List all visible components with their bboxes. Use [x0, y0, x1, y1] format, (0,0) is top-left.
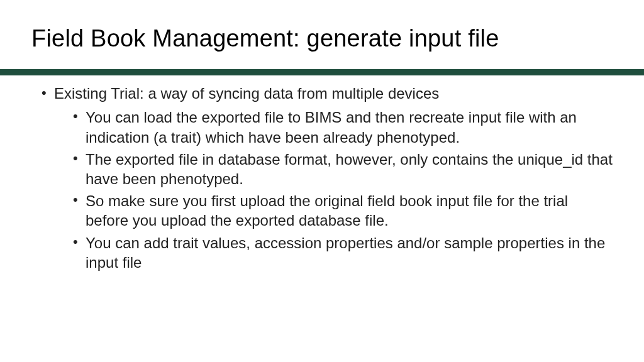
sub-bullet: The exported file in database format, ho…	[70, 150, 613, 189]
slide-title: Field Book Management: generate input fi…	[31, 25, 613, 52]
sub-bullet: You can add trait values, accession prop…	[70, 233, 613, 272]
divider-bar	[0, 69, 644, 75]
sub-bullet: You can load the exported file to BIMS a…	[70, 107, 613, 146]
bullet-main: Existing Trial: a way of syncing data fr…	[39, 84, 613, 104]
content-area: Existing Trial: a way of syncing data fr…	[31, 84, 613, 272]
slide-container: Field Book Management: generate input fi…	[0, 0, 644, 362]
sub-bullet-list: You can load the exported file to BIMS a…	[39, 107, 613, 272]
sub-bullet: So make sure you first upload the origin…	[70, 191, 613, 230]
